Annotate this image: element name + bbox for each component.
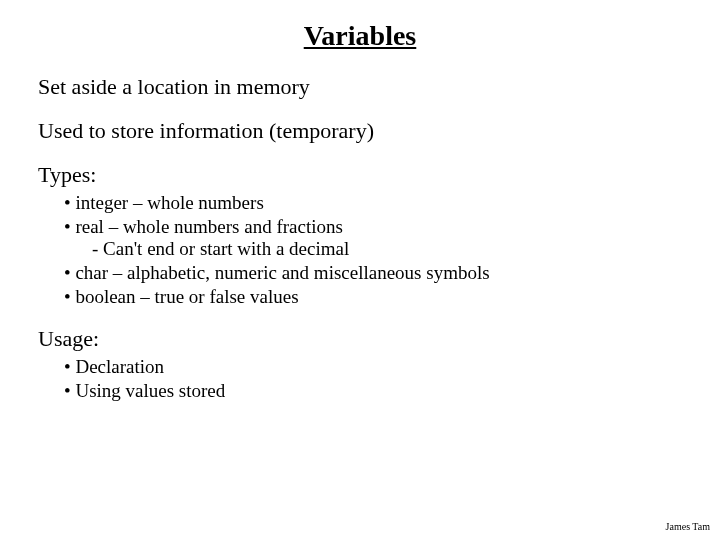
types-sublist: Can't end or start with a decimal — [64, 238, 682, 260]
usage-item: Using values stored — [64, 380, 682, 402]
types-item: integer – whole numbers — [64, 192, 682, 214]
types-item: char – alphabetic, numeric and miscellan… — [64, 262, 682, 284]
usage-list: Declaration Using values stored — [38, 356, 682, 402]
types-subitem: Can't end or start with a decimal — [92, 238, 682, 260]
footer-author: James Tam — [666, 521, 710, 532]
types-item: real – whole numbers and fractions Can't… — [64, 216, 682, 260]
types-item-label: real – whole numbers and fractions — [75, 216, 343, 237]
body-line-2: Used to store information (temporary) — [38, 118, 682, 144]
usage-item: Declaration — [64, 356, 682, 378]
types-heading: Types: — [38, 162, 682, 188]
types-section: Types: integer – whole numbers real – wh… — [38, 162, 682, 308]
usage-heading: Usage: — [38, 326, 682, 352]
types-list: integer – whole numbers real – whole num… — [38, 192, 682, 308]
usage-section: Usage: Declaration Using values stored — [38, 326, 682, 402]
slide-title: Variables — [38, 20, 682, 52]
body-line-1: Set aside a location in memory — [38, 74, 682, 100]
types-item: boolean – true or false values — [64, 286, 682, 308]
